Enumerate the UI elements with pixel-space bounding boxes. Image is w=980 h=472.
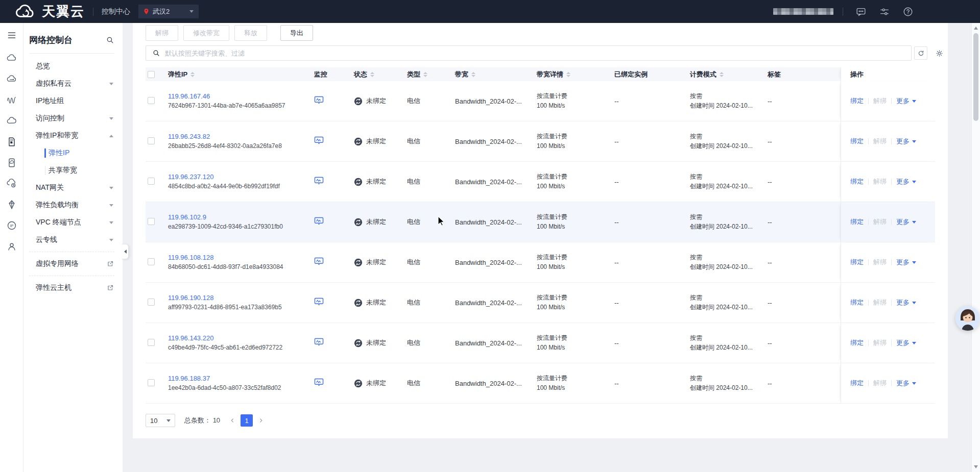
bind-action-link[interactable]: 绑定 bbox=[850, 298, 864, 307]
select-all-checkbox[interactable] bbox=[148, 71, 155, 78]
eip-address-link[interactable]: 119.96.102.9 bbox=[168, 212, 314, 222]
eip-address-link[interactable]: 119.96.108.128 bbox=[168, 253, 314, 262]
unbind-action-link[interactable]: 解绑 bbox=[873, 298, 887, 307]
search-icon[interactable] bbox=[106, 36, 114, 44]
cloud-outline-icon[interactable] bbox=[6, 115, 17, 127]
search-input[interactable] bbox=[165, 49, 911, 57]
settings-sliders-icon[interactable] bbox=[879, 6, 890, 17]
sidebar-item-ip-group[interactable]: IP地址组 bbox=[23, 92, 123, 110]
sidebar-item-vpn[interactable]: 虚拟专用网络 bbox=[23, 255, 123, 272]
vertical-scrollbar[interactable] bbox=[971, 23, 980, 472]
unbind-action-link[interactable]: 解绑 bbox=[873, 137, 887, 146]
more-action-link[interactable]: 更多 bbox=[896, 258, 916, 267]
unbind-action-link[interactable]: 解绑 bbox=[873, 177, 887, 186]
column-header-4[interactable]: 带宽 bbox=[455, 70, 537, 79]
monitor-chart-icon[interactable] bbox=[314, 338, 324, 346]
sort-carets-icon[interactable] bbox=[190, 72, 195, 77]
tablet-cloud-icon[interactable] bbox=[6, 157, 17, 168]
bind-action-link[interactable]: 绑定 bbox=[850, 96, 864, 106]
sidebar-item-overview[interactable]: 总览 bbox=[23, 58, 123, 75]
prev-page-button[interactable] bbox=[229, 417, 235, 424]
table-row[interactable]: 119.96.243.82 26babb25-26d8-4ef4-8302-0a… bbox=[146, 121, 935, 162]
table-row[interactable]: 119.96.237.120 4854c8bd-a0b2-4a44-9e0b-6… bbox=[146, 162, 935, 202]
refresh-icon[interactable] bbox=[914, 46, 927, 60]
bind-action-link[interactable]: 绑定 bbox=[850, 137, 864, 146]
load-balancer-icon[interactable] bbox=[6, 199, 17, 210]
scroll-down-arrow-icon[interactable] bbox=[974, 465, 978, 468]
monitor-chart-icon[interactable] bbox=[314, 257, 324, 266]
monitor-chart-icon[interactable] bbox=[314, 136, 324, 145]
sort-carets-icon[interactable] bbox=[566, 72, 570, 77]
help-icon[interactable] bbox=[902, 6, 914, 17]
sidebar-item-vpc-endpoint[interactable]: VPC 终端节点 bbox=[23, 214, 123, 231]
region-selector[interactable]: 武汉2 bbox=[138, 5, 199, 18]
next-page-button[interactable] bbox=[258, 417, 264, 424]
unbind-action-link[interactable]: 解绑 bbox=[873, 96, 887, 106]
eip-address-link[interactable]: 119.96.237.120 bbox=[168, 172, 314, 182]
column-header-5[interactable]: 带宽详情 bbox=[537, 70, 614, 79]
scroll-up-arrow-icon[interactable] bbox=[974, 27, 978, 30]
row-checkbox[interactable] bbox=[148, 97, 155, 104]
table-row[interactable]: 119.96.188.37 1ee42b0a-6dad-4c50-a807-33… bbox=[146, 363, 935, 404]
bind-action-link[interactable]: 绑定 bbox=[850, 258, 864, 267]
sort-carets-icon[interactable] bbox=[423, 72, 427, 77]
table-row[interactable]: 119.96.167.46 7624b967-1301-44ba-ab7e-40… bbox=[146, 81, 935, 121]
assistant-avatar[interactable] bbox=[955, 306, 980, 331]
message-icon[interactable] bbox=[855, 6, 867, 17]
cloud-server-icon[interactable] bbox=[6, 73, 17, 85]
unbind-button[interactable]: 解绑 bbox=[146, 25, 178, 41]
page-number-current[interactable]: 1 bbox=[241, 414, 253, 427]
more-action-link[interactable]: 更多 bbox=[896, 338, 916, 347]
brand-logo[interactable]: 天翼云 bbox=[14, 3, 85, 20]
column-header-7[interactable]: 计费模式 bbox=[690, 70, 768, 79]
more-action-link[interactable]: 更多 bbox=[896, 96, 916, 106]
more-action-link[interactable]: 更多 bbox=[896, 379, 916, 388]
column-header-3[interactable]: 类型 bbox=[407, 70, 455, 79]
sidebar-item-cloud-line[interactable]: 云专线 bbox=[23, 231, 123, 249]
sidebar-item-eip-bandwidth[interactable]: 弹性IP和带宽 bbox=[23, 127, 123, 144]
bind-action-link[interactable]: 绑定 bbox=[850, 177, 864, 186]
console-center-link[interactable]: 控制中心 bbox=[102, 7, 130, 16]
waves-icon[interactable] bbox=[6, 94, 17, 106]
modify-bandwidth-button[interactable]: 修改带宽 bbox=[183, 25, 229, 41]
monitor-chart-icon[interactable] bbox=[314, 217, 324, 226]
gear-icon[interactable] bbox=[933, 46, 946, 60]
cloud-clock-icon[interactable] bbox=[6, 178, 17, 189]
more-action-link[interactable]: 更多 bbox=[896, 177, 916, 186]
sidebar-item-nat-gateway[interactable]: NAT网关 bbox=[23, 179, 123, 196]
row-checkbox[interactable] bbox=[148, 258, 155, 265]
more-action-link[interactable]: 更多 bbox=[896, 298, 916, 307]
bind-action-link[interactable]: 绑定 bbox=[850, 338, 864, 347]
cloud-icon[interactable] bbox=[6, 53, 17, 64]
row-checkbox[interactable] bbox=[148, 137, 155, 144]
hamburger-menu-icon[interactable] bbox=[7, 30, 17, 40]
column-header-2[interactable]: 状态 bbox=[354, 70, 407, 79]
unbind-action-link[interactable]: 解绑 bbox=[873, 338, 887, 347]
sort-carets-icon[interactable] bbox=[471, 72, 475, 77]
table-row[interactable]: 119.96.102.9 ea298739-1009-42cd-9346-a1c… bbox=[146, 202, 935, 242]
ip-badge-icon[interactable]: IP bbox=[6, 220, 17, 231]
more-action-link[interactable]: 更多 bbox=[896, 137, 916, 146]
row-checkbox[interactable] bbox=[148, 178, 155, 185]
sort-carets-icon[interactable] bbox=[720, 72, 724, 77]
more-action-link[interactable]: 更多 bbox=[896, 217, 916, 227]
monitor-chart-icon[interactable] bbox=[314, 297, 324, 306]
unbind-action-link[interactable]: 解绑 bbox=[873, 258, 887, 267]
sidebar-item-shared-bandwidth[interactable]: 共享带宽 bbox=[23, 162, 123, 179]
sidebar-item-access-control[interactable]: 访问控制 bbox=[23, 110, 123, 127]
account-name-blurred[interactable] bbox=[773, 8, 833, 15]
row-checkbox[interactable] bbox=[148, 218, 155, 225]
table-row[interactable]: 119.96.143.220 c49be4d9-75fc-49c5-ab61-e… bbox=[146, 323, 935, 363]
export-button[interactable]: 导出 bbox=[280, 25, 313, 41]
monitor-chart-icon[interactable] bbox=[314, 177, 324, 185]
bind-action-link[interactable]: 绑定 bbox=[850, 379, 864, 388]
document-icon[interactable] bbox=[6, 136, 17, 147]
monitor-chart-icon[interactable] bbox=[314, 378, 324, 387]
eip-address-link[interactable]: 119.96.188.37 bbox=[168, 374, 314, 383]
table-row[interactable]: 119.96.190.128 aff99793-0231-4d86-8951-e… bbox=[146, 283, 935, 323]
row-checkbox[interactable] bbox=[148, 379, 155, 386]
unbind-action-link[interactable]: 解绑 bbox=[873, 217, 887, 227]
page-size-select[interactable]: 10 bbox=[146, 414, 175, 427]
sidebar-item-ecs[interactable]: 弹性云主机 bbox=[23, 279, 123, 296]
bind-action-link[interactable]: 绑定 bbox=[850, 217, 864, 227]
